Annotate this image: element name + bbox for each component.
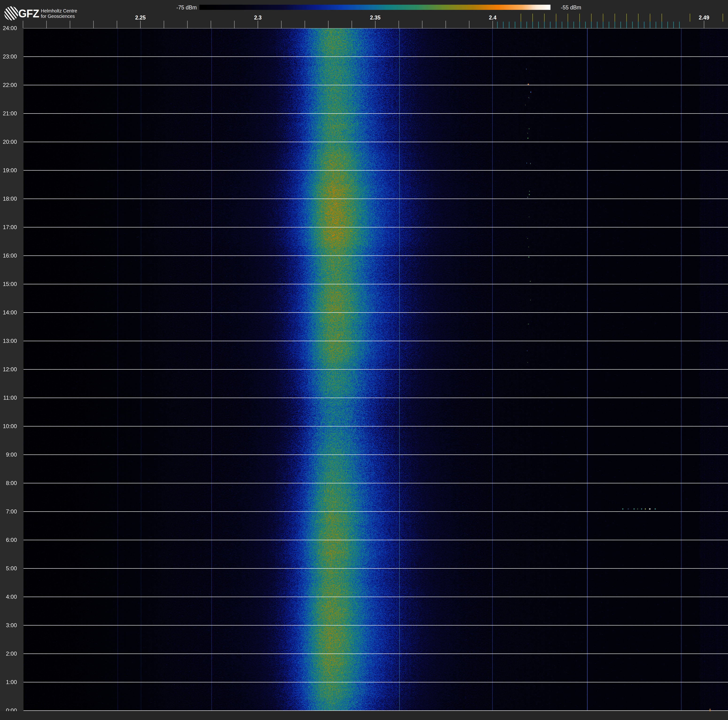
freq-tick-fine — [579, 21, 580, 28]
freq-tick-fine — [497, 21, 498, 28]
freq-tick-wifi-channel — [556, 14, 556, 21]
time-axis-label: 24:00 — [0, 25, 17, 31]
colorbar-min-label: -75 dBm — [164, 5, 197, 11]
time-axis-label: 14:00 — [0, 309, 17, 316]
time-axis-label: 16:00 — [0, 253, 17, 259]
hour-gridline — [18, 398, 728, 398]
freq-tick-wifi-channel — [591, 14, 592, 21]
freq-tick-wifi-channel — [579, 14, 580, 21]
freq-tick-fine — [521, 21, 521, 28]
freq-tick-fine — [673, 21, 674, 28]
freq-tick-fine — [632, 21, 633, 28]
spectrogram-page: GFZ Helmholtz Centre for Geosciences -75… — [0, 0, 728, 720]
freq-tick-minor — [328, 21, 329, 28]
freq-tick-minor — [140, 21, 141, 28]
freq-tick-minor — [304, 21, 305, 28]
freq-tick-fine — [574, 21, 574, 28]
freq-tick-fine — [503, 21, 503, 28]
freq-tick-fine — [538, 21, 539, 28]
hour-gridline — [18, 341, 728, 341]
time-axis-label: 23:00 — [0, 54, 17, 60]
hour-gridline — [18, 568, 728, 569]
freq-tick-wifi-channel — [690, 14, 690, 21]
freq-tick-wifi-channel — [615, 14, 615, 21]
freq-tick-fine — [667, 21, 668, 28]
freq-tick-fine — [662, 21, 662, 28]
freq-tick-minor — [399, 21, 399, 28]
freq-axis-label: 2.3 — [254, 15, 262, 21]
freq-tick-minor — [117, 21, 117, 28]
freq-tick-minor — [46, 21, 47, 28]
freq-tick-fine — [656, 21, 656, 28]
time-axis-label: 8:00 — [0, 480, 17, 486]
hour-gridline — [18, 57, 728, 57]
hour-gridline — [18, 256, 728, 256]
freq-tick-fine — [591, 21, 592, 28]
freq-tick-minor — [234, 21, 235, 28]
freq-axis-label: 2.4 — [489, 15, 496, 21]
hour-gridline — [18, 710, 728, 711]
freq-tick-minor — [469, 21, 470, 28]
hour-gridline — [18, 455, 728, 455]
hour-gridline — [18, 227, 728, 227]
hour-gridline — [18, 369, 728, 370]
freq-tick-fine — [556, 21, 556, 28]
freq-tick-minor — [704, 21, 704, 28]
freq-tick-fine — [585, 21, 586, 28]
freq-tick-fine — [597, 21, 597, 28]
header-bar: GFZ Helmholtz Centre for Geosciences -75… — [0, 0, 728, 28]
hour-gridline — [18, 199, 728, 199]
time-axis-label: 22:00 — [0, 82, 17, 88]
time-axis-label: 11:00 — [0, 395, 17, 401]
freq-tick-fine — [615, 21, 615, 28]
hour-gridline — [18, 85, 728, 85]
colorbar — [199, 5, 551, 10]
freq-tick-minor — [352, 21, 352, 28]
colorbar-max-label: -55 dBm — [561, 5, 598, 11]
freq-tick-minor — [93, 21, 94, 28]
freq-tick-wifi-channel — [723, 14, 723, 21]
time-axis-gutter — [0, 0, 23, 711]
hour-gridline — [18, 654, 728, 654]
footer-bar: https://doi.org/10.5880/GFZ.1.2.2024.003… — [0, 711, 728, 720]
freq-tick-wifi-channel — [532, 14, 533, 21]
freq-tick-fine — [644, 21, 644, 28]
freq-axis-label: 2.49 — [699, 15, 710, 21]
freq-tick-minor — [187, 21, 188, 28]
freq-tick-fine — [562, 21, 562, 28]
hour-gridline — [18, 312, 728, 313]
time-axis-label: 15:00 — [0, 281, 17, 287]
freq-tick-wifi-channel — [567, 14, 568, 21]
freq-tick-fine — [567, 21, 568, 28]
freq-tick-fine — [603, 21, 603, 28]
freq-tick-wifi-channel — [603, 14, 603, 21]
time-axis-label: 12:00 — [0, 366, 17, 372]
hour-gridline — [18, 113, 728, 114]
time-axis-label: 9:00 — [0, 452, 17, 458]
freq-tick-fine — [544, 21, 544, 28]
time-axis-label: 20:00 — [0, 139, 17, 145]
gfz-globe-icon — [4, 6, 18, 20]
time-axis-label: 7:00 — [0, 509, 17, 515]
hour-gridline — [18, 426, 728, 426]
freq-tick-minor — [23, 21, 23, 28]
hour-gridline — [18, 284, 728, 284]
freq-tick-wifi-channel — [521, 14, 521, 21]
time-axis-label: 13:00 — [0, 338, 17, 344]
hour-gridline — [18, 540, 728, 540]
logo-subtitle: Helmholtz Centre for Geosciences — [41, 8, 77, 19]
freq-tick-minor — [281, 21, 281, 28]
freq-tick-wifi-channel — [626, 14, 627, 21]
freq-tick-fine — [621, 21, 621, 28]
freq-tick-fine — [609, 21, 609, 28]
freq-tick-fine — [515, 21, 515, 28]
freq-tick-wifi-channel — [662, 14, 662, 21]
time-axis-label: 10:00 — [0, 423, 17, 429]
hour-gridline — [18, 170, 728, 171]
hour-gridline — [18, 142, 728, 142]
freq-tick-minor — [211, 21, 211, 28]
hour-gridline — [18, 682, 728, 682]
hour-gridline — [18, 483, 728, 483]
time-axis-label: 3:00 — [0, 622, 17, 628]
freq-tick-minor — [422, 21, 422, 28]
